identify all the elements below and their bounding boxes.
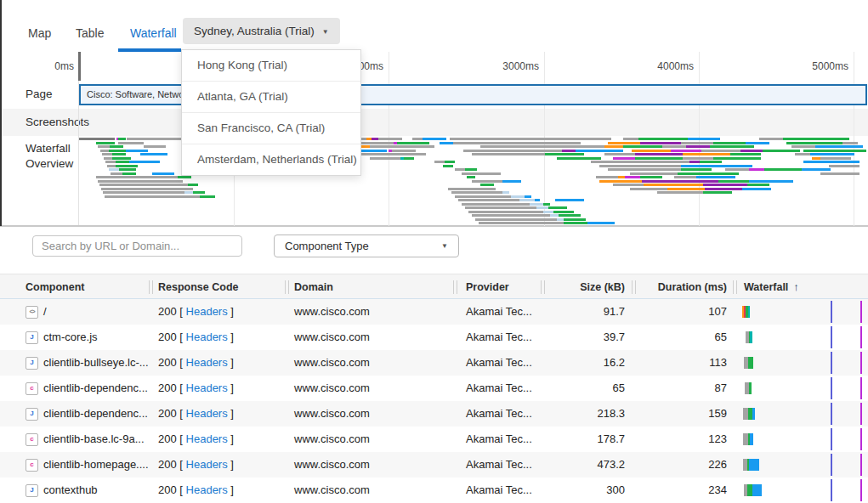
location-menu-item[interactable]: Amsterdam, Netherlands (Trial) bbox=[182, 144, 360, 175]
bracket-open: [ bbox=[177, 305, 186, 318]
column-resize-handle[interactable] bbox=[635, 280, 636, 294]
table-row[interactable]: Jclientlib-dependenc...200 [ Headers ]ww… bbox=[0, 401, 868, 427]
request-waterfall-bar bbox=[743, 433, 753, 445]
duration-cell: 65 bbox=[646, 325, 727, 350]
provider-cell: Akamai Tec... bbox=[466, 452, 532, 478]
code-file-icon: <> bbox=[26, 306, 38, 319]
overview-bar bbox=[555, 199, 584, 201]
column-resize-handle[interactable] bbox=[288, 280, 289, 294]
column-header-provider[interactable]: Provider bbox=[466, 274, 509, 300]
column-resize-handle[interactable] bbox=[541, 280, 542, 294]
overview-bar bbox=[118, 142, 144, 144]
column-resize-handle[interactable] bbox=[457, 280, 457, 294]
headers-link[interactable]: Headers bbox=[186, 458, 228, 471]
provider-cell: Akamai Tec... bbox=[466, 350, 532, 376]
css-file-icon: c bbox=[26, 382, 38, 395]
overview-bar bbox=[144, 145, 166, 148]
column-header-response-code[interactable]: Response Code bbox=[158, 274, 238, 300]
column-resize-handle[interactable] bbox=[733, 280, 734, 294]
domain-cell: www.cisco.com bbox=[294, 325, 370, 350]
response-code-cell: 200 [ Headers ] bbox=[158, 427, 234, 452]
screenshots-row-label: Screenshots bbox=[26, 116, 89, 128]
table-row[interactable]: Jcontexthub200 [ Headers ]www.cisco.comA… bbox=[0, 478, 868, 503]
duration-cell: 226 bbox=[646, 452, 727, 478]
search-input[interactable] bbox=[32, 235, 242, 257]
column-header-label: Component bbox=[26, 281, 84, 293]
overview-bar bbox=[102, 153, 126, 155]
headers-link[interactable]: Headers bbox=[186, 305, 228, 318]
component-name: clientlib-homepage.... bbox=[43, 452, 149, 478]
tab-waterfall[interactable]: Waterfall bbox=[130, 26, 177, 40]
js-file-icon: J bbox=[26, 484, 38, 497]
headers-link[interactable]: Headers bbox=[186, 432, 228, 445]
overview-bar bbox=[101, 188, 193, 190]
column-header-label: Size (kB) bbox=[580, 281, 625, 293]
overview-bar bbox=[630, 188, 771, 190]
component-type-select[interactable]: Component Type ▼ bbox=[274, 235, 459, 257]
css-file-icon: c bbox=[26, 459, 38, 472]
overview-bar bbox=[98, 180, 183, 183]
response-code: 200 bbox=[158, 356, 177, 369]
column-resize-handle[interactable] bbox=[152, 280, 153, 294]
column-header-component[interactable]: Component bbox=[26, 274, 84, 300]
column-resize-handle[interactable] bbox=[632, 280, 633, 294]
overview-bar bbox=[458, 199, 540, 201]
table-row[interactable]: cclientlib-homepage....200 [ Headers ]ww… bbox=[0, 452, 868, 478]
column-resize-handle[interactable] bbox=[285, 280, 286, 294]
table-row[interactable]: cclientlib-dependenc...200 [ Headers ]ww… bbox=[0, 376, 868, 401]
headers-link[interactable]: Headers bbox=[186, 483, 228, 496]
overview-bar bbox=[462, 203, 550, 206]
column-resize-handle[interactable] bbox=[736, 280, 737, 294]
js-file-icon: J bbox=[26, 357, 38, 370]
bracket-close: ] bbox=[228, 356, 234, 369]
bracket-close: ] bbox=[228, 331, 234, 343]
overview-bar bbox=[803, 161, 859, 163]
request-waterfall-bar bbox=[746, 331, 752, 343]
component-name: ctm-core.js bbox=[43, 325, 98, 350]
table-row[interactable]: Jctm-core.js200 [ Headers ]www.cisco.com… bbox=[0, 325, 868, 350]
headers-link[interactable]: Headers bbox=[186, 331, 228, 343]
component-cell: <>/ bbox=[26, 299, 149, 325]
headers-link[interactable]: Headers bbox=[186, 407, 228, 420]
dom-load-marker bbox=[831, 479, 832, 501]
size-cell: 16.2 bbox=[544, 350, 625, 376]
column-header-size-kb[interactable]: Size (kB) bbox=[544, 274, 625, 300]
overview-bar bbox=[361, 145, 434, 148]
table-row[interactable]: Jclientlib-bullseye.lc-...200 [ Headers … bbox=[0, 350, 868, 376]
column-header-duration-ms[interactable]: Duration (ms) bbox=[646, 274, 727, 300]
tab-table[interactable]: Table bbox=[76, 26, 104, 40]
tab-map[interactable]: Map bbox=[28, 26, 51, 40]
overview-bar bbox=[591, 161, 722, 163]
component-cell: cclientlib-homepage.... bbox=[26, 452, 149, 478]
overview-bar bbox=[725, 168, 831, 171]
location-dropdown-button[interactable]: Sydney, Australia (Trial) ▼ bbox=[183, 18, 340, 44]
response-code-cell: 200 [ Headers ] bbox=[158, 376, 234, 401]
column-resize-handle[interactable] bbox=[453, 280, 454, 294]
column-header-domain[interactable]: Domain bbox=[294, 274, 333, 300]
component-name: clientlib-dependenc... bbox=[43, 401, 148, 427]
timeline-tick-label: 5000ms bbox=[786, 60, 848, 72]
column-resize-handle[interactable] bbox=[544, 280, 545, 294]
column-header-waterfall[interactable]: Waterfall↑ bbox=[744, 274, 799, 300]
overview-bar bbox=[472, 153, 584, 155]
bracket-open: [ bbox=[177, 432, 186, 445]
component-cell: Jclientlib-dependenc... bbox=[26, 401, 149, 427]
location-menu-item[interactable]: San Francisco, CA (Trial) bbox=[182, 113, 360, 144]
table-row[interactable]: <>/200 [ Headers ]www.cisco.comAkamai Te… bbox=[0, 299, 868, 325]
css-file-icon: c bbox=[26, 433, 38, 446]
location-menu-item[interactable]: Atlanta, GA (Trial) bbox=[182, 82, 360, 113]
headers-link[interactable]: Headers bbox=[186, 381, 228, 394]
overview-bar bbox=[462, 172, 501, 175]
location-menu-item[interactable]: Hong Kong (Trial) bbox=[182, 50, 360, 82]
bracket-close: ] bbox=[228, 381, 234, 394]
headers-link[interactable]: Headers bbox=[186, 356, 228, 369]
overview-bar bbox=[100, 150, 148, 152]
overview-bar bbox=[389, 150, 416, 152]
table-row[interactable]: cclientlib-base.lc-9a...200 [ Headers ]w… bbox=[0, 427, 868, 452]
column-resize-handle[interactable] bbox=[149, 280, 150, 294]
waterfall-overview-chart bbox=[0, 136, 868, 225]
overview-bar bbox=[795, 153, 854, 155]
overview-bar bbox=[99, 184, 198, 186]
duration-cell: 123 bbox=[646, 427, 727, 452]
overview-bar bbox=[127, 138, 190, 140]
